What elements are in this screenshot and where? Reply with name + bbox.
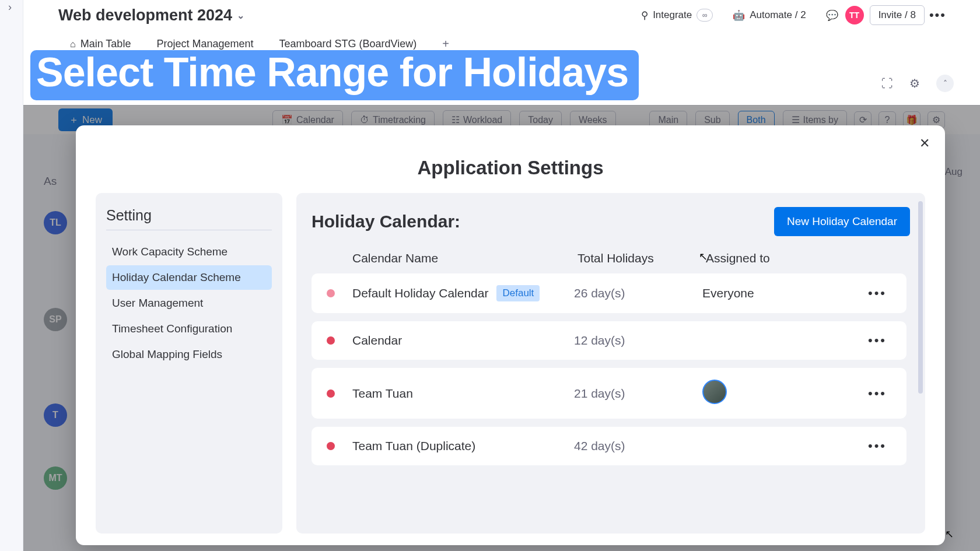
color-dot	[327, 336, 335, 345]
board-header: Web development 2024 ⌄ ⚲ Integrate ∞ 🤖 A…	[23, 0, 980, 53]
application-settings-modal: ✕ Application Settings Setting Work Capa…	[76, 125, 945, 545]
col-total-holidays: Total Holidays	[578, 251, 706, 265]
row-actions-icon[interactable]: •••	[854, 333, 901, 348]
row-actions-icon[interactable]: •••	[854, 438, 901, 454]
new-holiday-calendar-button[interactable]: New Holiday Calendar	[774, 207, 910, 236]
calendar-rows: Default Holiday CalendarDefault26 day(s)…	[312, 273, 910, 465]
cursor-icon: ↖	[945, 528, 954, 541]
calendar-name: Team Tuan (Duplicate)	[352, 439, 574, 453]
integrate-count-icon: ∞	[696, 9, 713, 22]
integrate-button[interactable]: ⚲ Integrate ∞	[634, 5, 720, 25]
table-header-row: Calendar Name Total Holidays Assigned to	[312, 251, 910, 273]
sidebar-heading: Setting	[106, 207, 272, 224]
scrollbar[interactable]	[918, 201, 923, 394]
divider	[106, 230, 272, 230]
default-badge: Default	[496, 285, 540, 301]
calendar-name: Calendar	[352, 334, 574, 348]
overlay-instruction-banner: Select Time Range for Holidays	[30, 50, 639, 100]
sidebar-item[interactable]: Timesheet Configuration	[106, 317, 272, 341]
color-dot	[327, 289, 335, 297]
calendar-name: Team Tuan	[352, 387, 574, 401]
assigned-to	[702, 380, 854, 407]
col-assigned-to: Assigned to	[706, 251, 858, 265]
color-dot	[327, 442, 335, 450]
calendar-name: Default Holiday CalendarDefault	[352, 285, 574, 301]
assignee-avatar	[702, 380, 727, 404]
calendar-row[interactable]: Team Tuan (Duplicate)42 day(s)•••	[312, 427, 907, 465]
cursor-icon: ↖	[699, 250, 708, 263]
calendar-row[interactable]: Default Holiday CalendarDefault26 day(s)…	[312, 273, 907, 313]
close-icon[interactable]: ✕	[919, 136, 930, 151]
tab-label: Main Table	[80, 38, 131, 50]
sidebar-item[interactable]: Global Mapping Fields	[106, 342, 272, 367]
automate-label: Automate / 2	[750, 9, 806, 21]
board-title[interactable]: Web development 2024 ⌄	[58, 6, 244, 24]
row-actions-icon[interactable]: •••	[854, 386, 901, 401]
calendar-row[interactable]: Calendar12 day(s)•••	[312, 321, 907, 360]
total-holidays: 12 day(s)	[574, 334, 702, 348]
view-controls: ⛶ ⚙ ˄	[881, 75, 954, 92]
chat-button[interactable]: 💬	[819, 6, 845, 25]
integrate-label: Integrate	[653, 9, 692, 21]
invite-button[interactable]: Invite / 8	[870, 5, 925, 25]
gear-icon[interactable]: ⚙	[909, 76, 920, 90]
collapse-icon[interactable]: ˄	[936, 75, 954, 92]
plug-icon: ⚲	[641, 9, 648, 22]
invite-label: Invite / 8	[878, 9, 916, 21]
left-rail: ›	[0, 0, 23, 551]
more-menu-icon[interactable]: •••	[925, 8, 951, 23]
color-dot	[327, 389, 335, 398]
total-holidays: 42 day(s)	[574, 439, 702, 453]
sidebar-item[interactable]: User Management	[106, 291, 272, 315]
chevron-right-icon[interactable]: ›	[8, 1, 12, 13]
chevron-down-icon[interactable]: ⌄	[237, 10, 244, 21]
automate-button[interactable]: 🤖 Automate / 2	[726, 6, 813, 25]
settings-sidebar: Setting Work Capacity SchemeHoliday Cale…	[96, 193, 282, 534]
total-holidays: 26 day(s)	[574, 286, 702, 300]
sidebar-item[interactable]: Holiday Calendar Scheme	[106, 265, 272, 290]
col-calendar-name: Calendar Name	[352, 251, 578, 265]
board-title-text: Web development 2024	[58, 6, 232, 24]
sidebar-item[interactable]: Work Capacity Scheme	[106, 240, 272, 264]
total-holidays: 21 day(s)	[574, 387, 702, 401]
tab-label: Teamboard STG (BoardView)	[279, 38, 417, 50]
tab-label: Project Management	[156, 38, 253, 50]
settings-main: Holiday Calendar: New Holiday Calendar C…	[296, 193, 925, 534]
user-avatar[interactable]: TT	[845, 6, 864, 24]
avatar-initials: TT	[849, 10, 859, 20]
robot-icon: 🤖	[733, 9, 745, 22]
calendar-row[interactable]: Team Tuan21 day(s)•••	[312, 368, 907, 419]
section-heading: Holiday Calendar:	[312, 212, 460, 231]
row-actions-icon[interactable]: •••	[854, 286, 901, 301]
fullscreen-icon[interactable]: ⛶	[881, 77, 893, 90]
modal-title: Application Settings	[96, 157, 925, 179]
assigned-to: Everyone	[702, 286, 854, 300]
chat-icon: 💬	[826, 9, 838, 22]
home-icon: ⌂	[70, 39, 76, 50]
